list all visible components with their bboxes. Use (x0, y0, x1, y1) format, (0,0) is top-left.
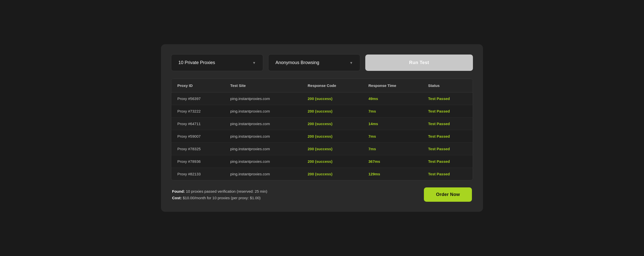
cell-proxy-id: Proxy #73222 (171, 105, 224, 118)
cell-test-site: ping.instantproxies.com (224, 168, 302, 180)
cost-value: $10.00/month for 10 proxies (per proxy: … (183, 196, 261, 200)
found-label: Found: (172, 189, 185, 193)
cell-response-code: 200 (success) (302, 92, 362, 105)
cell-response-time: 7ms (362, 130, 422, 143)
cell-response-code: 200 (success) (302, 143, 362, 155)
cell-response-time: 7ms (362, 105, 422, 118)
cell-response-code: 200 (success) (302, 105, 362, 118)
table-row: Proxy #78936ping.instantproxies.com200 (… (171, 155, 473, 168)
cell-status: Test Passed (422, 168, 473, 180)
cell-response-code: 200 (success) (302, 118, 362, 130)
cell-test-site: ping.instantproxies.com (224, 92, 302, 105)
col-header-proxy-id: Proxy ID (171, 79, 224, 92)
cell-test-site: ping.instantproxies.com (224, 118, 302, 130)
proxy-count-arrow-icon: ▼ (252, 61, 256, 65)
cell-status: Test Passed (422, 143, 473, 155)
cell-proxy-id: Proxy #64711 (171, 118, 224, 130)
cell-status: Test Passed (422, 130, 473, 143)
cost-label: Cost: (172, 196, 182, 200)
cell-test-site: ping.instantproxies.com (224, 105, 302, 118)
main-container: 10 Private Proxies ▼ Anonymous Browsing … (161, 44, 483, 212)
found-line: Found: 10 proxies passed verification (r… (172, 188, 267, 195)
run-test-button[interactable]: Run Test (365, 55, 473, 71)
footer-info: Found: 10 proxies passed verification (r… (172, 188, 267, 201)
cell-proxy-id: Proxy #78936 (171, 155, 224, 168)
cell-response-code: 200 (success) (302, 155, 362, 168)
cell-response-time: 367ms (362, 155, 422, 168)
table-row: Proxy #73222ping.instantproxies.com200 (… (171, 105, 473, 118)
table-row: Proxy #64711ping.instantproxies.com200 (… (171, 118, 473, 130)
cell-test-site: ping.instantproxies.com (224, 130, 302, 143)
cell-response-time: 14ms (362, 118, 422, 130)
results-table-container: Proxy ID Test Site Response Code Respons… (171, 79, 473, 180)
proxy-count-label: 10 Private Proxies (178, 60, 215, 65)
table-wrapper: Proxy ID Test Site Response Code Respons… (171, 79, 473, 180)
cell-status: Test Passed (422, 92, 473, 105)
table-row: Proxy #82133ping.instantproxies.com200 (… (171, 168, 473, 180)
cell-status: Test Passed (422, 118, 473, 130)
browse-type-label: Anonymous Browsing (275, 60, 319, 65)
cell-test-site: ping.instantproxies.com (224, 143, 302, 155)
table-row: Proxy #59007ping.instantproxies.com200 (… (171, 130, 473, 143)
cell-proxy-id: Proxy #56397 (171, 92, 224, 105)
col-header-response-code: Response Code (302, 79, 362, 92)
table-row: Proxy #56397ping.instantproxies.com200 (… (171, 92, 473, 105)
col-header-response-time: Response Time (362, 79, 422, 92)
cell-response-time: 129ms (362, 168, 422, 180)
results-table: Proxy ID Test Site Response Code Respons… (171, 79, 473, 180)
cost-line: Cost: $10.00/month for 10 proxies (per p… (172, 195, 267, 201)
browse-type-arrow-icon: ▼ (349, 61, 353, 65)
cell-response-code: 200 (success) (302, 168, 362, 180)
col-header-test-site: Test Site (224, 79, 302, 92)
cell-proxy-id: Proxy #59007 (171, 130, 224, 143)
browse-type-dropdown[interactable]: Anonymous Browsing ▼ (268, 54, 360, 71)
cell-response-code: 200 (success) (302, 130, 362, 143)
table-header-row: Proxy ID Test Site Response Code Respons… (171, 79, 473, 92)
table-body: Proxy #56397ping.instantproxies.com200 (… (171, 92, 473, 180)
cell-proxy-id: Proxy #82133 (171, 168, 224, 180)
found-value: 10 proxies passed verification (reserved… (186, 189, 267, 193)
proxy-count-dropdown[interactable]: 10 Private Proxies ▼ (171, 54, 263, 71)
cell-response-time: 7ms (362, 143, 422, 155)
cell-test-site: ping.instantproxies.com (224, 155, 302, 168)
cell-status: Test Passed (422, 155, 473, 168)
col-header-status: Status (422, 79, 473, 92)
cell-proxy-id: Proxy #78325 (171, 143, 224, 155)
table-row: Proxy #78325ping.instantproxies.com200 (… (171, 143, 473, 155)
cell-response-time: 49ms (362, 92, 422, 105)
cell-status: Test Passed (422, 105, 473, 118)
controls-row: 10 Private Proxies ▼ Anonymous Browsing … (171, 54, 473, 71)
footer-bar: Found: 10 proxies passed verification (r… (171, 187, 473, 202)
order-now-button[interactable]: Order Now (424, 187, 472, 202)
